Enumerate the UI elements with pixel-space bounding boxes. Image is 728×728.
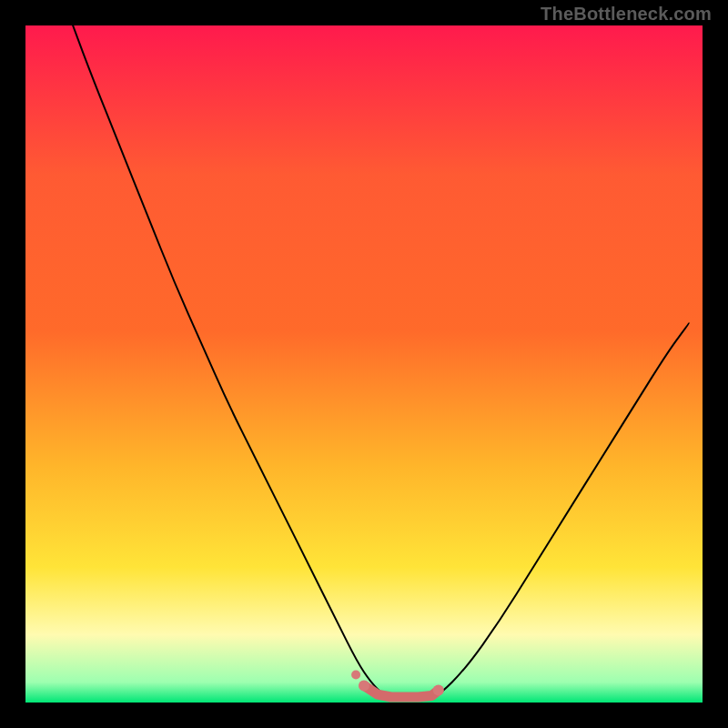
chart-frame: TheBottleneck.com bbox=[0, 0, 728, 728]
valley-dot bbox=[359, 680, 369, 691]
valley-dot bbox=[351, 671, 360, 680]
plot-area bbox=[25, 25, 703, 703]
gradient-background bbox=[25, 25, 703, 703]
watermark-text: TheBottleneck.com bbox=[541, 4, 712, 25]
bottleneck-chart-svg bbox=[25, 25, 703, 703]
valley-dot bbox=[433, 685, 444, 696]
